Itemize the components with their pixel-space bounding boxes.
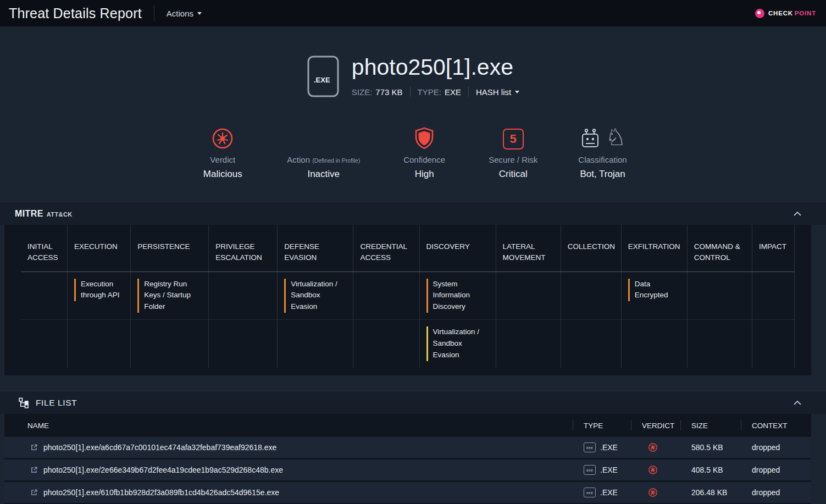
column-header-type: TYPE: [577, 414, 635, 437]
mitre-column-header: INITIAL ACCESS: [21, 225, 68, 272]
mitre-column-header: DEFENSE EVASION: [278, 225, 353, 272]
technique-cell: Data Encrypted: [628, 279, 681, 302]
file-table: NAME TYPE VERDICT SIZE CONTEXT photo250[…: [4, 414, 811, 504]
confidence-value: High: [415, 169, 434, 180]
file-size-cell: 408.5 KB: [685, 466, 745, 474]
mitre-column-header: COLLECTION: [561, 225, 622, 272]
classification-label: Classification: [578, 155, 627, 164]
column-header-name: NAME: [4, 414, 577, 437]
checkpoint-logo-text: CHECKPOINT: [768, 10, 816, 16]
column-header-size: SIZE: [685, 414, 745, 437]
mitre-column-header: COMMAND & CONTROL: [688, 225, 752, 272]
file-header: .EXE photo250[1].exe SIZE: 773 KB TYPE: …: [307, 55, 519, 98]
external-link-icon: [30, 489, 38, 496]
brand-check: CHECK: [768, 10, 793, 16]
chevron-down-icon: [515, 91, 519, 93]
classification-indicator: ♘ Classification Bot, Trojan: [578, 123, 627, 180]
risk-value: Critical: [499, 169, 528, 180]
mitre-row-1: Execution through API Registry Run Keys …: [21, 272, 795, 320]
technique-cell: Execution through API: [74, 279, 125, 302]
file-size-cell: 206.48 KB: [685, 488, 745, 497]
mitre-row-2: Virtualization / Sandbox Evasion: [21, 319, 795, 368]
mitre-matrix: INITIAL ACCESS EXECUTION PERSISTENCE PRI…: [4, 225, 811, 375]
file-size-cell: 580.5 KB: [685, 443, 745, 452]
file-list-title-group: FILE LIST: [18, 397, 77, 408]
file-name-link[interactable]: photo250[1].exe/a6cd67a7c00101ec474afa32…: [4, 443, 577, 452]
external-link-icon: [30, 466, 38, 474]
mitre-collapse-button[interactable]: [793, 211, 802, 217]
file-type-cell: exe .EXE: [577, 442, 635, 452]
actions-menu-button[interactable]: Actions: [167, 9, 202, 18]
type-value: EXE: [445, 87, 461, 97]
file-verdict-cell: [635, 442, 685, 452]
file-context-cell: dropped: [745, 488, 811, 497]
exe-file-icon: .EXE: [307, 55, 340, 98]
hash-list-label: HASH list: [476, 87, 511, 97]
malicious-verdict-icon: [648, 488, 658, 497]
topbar: Threat Details Report Actions CHECKPOINT: [0, 0, 826, 26]
file-name-link[interactable]: photo250[1].exe/610fb1bb928d2f3a089fb1cd…: [4, 488, 577, 497]
verdict-indicator: Verdict Malicious: [199, 123, 246, 180]
hash-list-dropdown[interactable]: HASH list: [476, 87, 519, 97]
file-type-text: .EXE: [600, 488, 618, 497]
table-row[interactable]: photo250[1].exe/610fb1bb928d2f3a089fb1cd…: [4, 482, 811, 503]
mitre-column-header: PERSISTENCE: [131, 225, 209, 272]
malware-icon: [212, 128, 234, 149]
file-table-header: NAME TYPE VERDICT SIZE CONTEXT: [4, 414, 811, 437]
file-tree-icon: [18, 397, 29, 408]
malicious-verdict-icon: [648, 442, 658, 452]
meta-divider: [468, 87, 469, 97]
risk-badge-icon: 5: [503, 129, 524, 149]
external-link-icon: [30, 444, 38, 451]
file-verdict-cell: [635, 465, 685, 475]
confidence-label: Confidence: [403, 155, 445, 164]
mitre-column-header: PRIVILEGE ESCALATION: [209, 225, 278, 272]
checkpoint-logo-icon: [755, 9, 764, 18]
exe-type-icon: exe: [584, 442, 596, 452]
verdict-label: Verdict: [210, 155, 235, 164]
mitre-section-header[interactable]: MITRE ATT&CK: [0, 202, 826, 225]
file-meta: SIZE: 773 KB TYPE: EXE HASH list: [352, 87, 519, 97]
actions-label: Actions: [167, 9, 193, 18]
topbar-divider: [154, 5, 154, 21]
file-path-text: photo250[1].exe/610fb1bb928d2f3a089fb1cd…: [43, 488, 279, 497]
file-summary-section: .EXE photo250[1].exe SIZE: 773 KB TYPE: …: [0, 26, 826, 180]
page-title: Threat Details Report: [9, 5, 142, 21]
mitre-column-header: IMPACT: [752, 225, 795, 272]
file-name-link[interactable]: photo250[1].exe/2e66e349b67d2fee4a19cdee…: [4, 466, 577, 474]
risk-badge-number: 5: [510, 132, 517, 146]
table-row[interactable]: photo250[1].exe/2e66e349b67d2fee4a19cdee…: [4, 459, 811, 480]
checkpoint-logo: CHECKPOINT: [755, 9, 816, 18]
mitre-header-row: INITIAL ACCESS EXECUTION PERSISTENCE PRI…: [21, 225, 795, 272]
file-list-collapse-button[interactable]: [793, 400, 802, 406]
shield-icon: [414, 127, 434, 149]
size-label: SIZE:: [352, 87, 373, 97]
exe-type-icon: exe: [584, 488, 596, 497]
action-label: Action (Defined in Profile): [287, 155, 360, 164]
file-type-text: .EXE: [600, 466, 618, 474]
file-context-cell: dropped: [745, 466, 811, 474]
action-label-text: Action: [287, 155, 310, 164]
file-type-text: .EXE: [600, 443, 618, 452]
table-row[interactable]: photo250[1].exe/a6cd67a7c00101ec474afa32…: [4, 437, 811, 458]
file-list-title: FILE LIST: [36, 398, 77, 408]
mitre-subtitle: ATT&CK: [47, 211, 73, 218]
exe-file-icon-label: .EXE: [314, 76, 330, 84]
mitre-column-header: EXFILTRATION: [622, 225, 688, 272]
action-note: (Defined in Profile): [312, 157, 360, 164]
verdict-value: Malicious: [203, 169, 242, 180]
file-path-text: photo250[1].exe/2e66e349b67d2fee4a19cdee…: [43, 466, 283, 474]
file-list-section-header[interactable]: FILE LIST: [0, 391, 826, 414]
malicious-verdict-icon: [648, 465, 658, 475]
meta-divider: [410, 87, 411, 97]
mitre-column-header: EXECUTION: [68, 225, 131, 272]
technique-cell: Virtualization / Sandbox Evasion: [284, 279, 347, 313]
size-value: 773 KB: [375, 87, 402, 97]
column-header-verdict: VERDICT: [635, 414, 685, 437]
file-name: photo250[1].exe: [352, 55, 519, 80]
risk-indicator: 5 Secure / Risk Critical: [489, 123, 537, 180]
file-verdict-cell: [635, 488, 685, 497]
classification-value: Bot, Trojan: [580, 169, 625, 180]
confidence-indicator: Confidence High: [401, 123, 448, 180]
chevron-down-icon: [197, 12, 202, 15]
